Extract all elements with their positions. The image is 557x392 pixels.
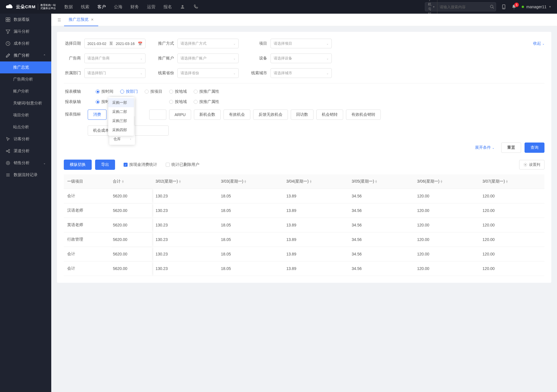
th-d6[interactable]: 3/07(星期一)▲▼ [479, 174, 544, 189]
radio-v-attr[interactable]: 按推广属性 [194, 99, 219, 104]
th-d5[interactable]: 3/06(星期一)▲▼ [414, 174, 479, 189]
metric-buttons: 消费 流 ARPU 新机会数 有效机会 反馈无效机会 回访数 机会销转 有效机会… [88, 110, 467, 136]
metric-opp-conv[interactable]: 机会销转 [316, 110, 343, 120]
table-cell: 120.00 [479, 261, 544, 276]
table-cell: 英语老师 [64, 218, 109, 232]
cascade-item-warehouse[interactable]: 仓库› [109, 135, 135, 144]
nav-data[interactable]: 数据 [64, 4, 73, 10]
nav-finance[interactable]: 财务 [130, 4, 139, 10]
metric-invalid-feedback[interactable]: 反馈无效机会 [253, 110, 288, 120]
cash-stats-checkbox[interactable]: ✓按现金消费统计 [124, 162, 157, 167]
expand-conditions-link[interactable]: 展开条件⌄ [475, 145, 494, 150]
query-button[interactable]: 查询 [525, 143, 544, 153]
city-select[interactable]: 请选择城市⌄ [271, 68, 332, 78]
metric-consumption[interactable]: 消费 [88, 110, 107, 120]
nav-customers[interactable]: 客户 [97, 4, 106, 10]
sort-icon[interactable]: ▲▼ [121, 180, 124, 183]
tab-overview[interactable]: 推广总预览 ✕ [64, 14, 98, 26]
table-row: 汉语老师5620.00130.2318.0513.8934.56120.0012… [64, 203, 544, 218]
sidebar-item-channel[interactable]: 渠道分析 [0, 145, 51, 157]
th-total[interactable]: 合计▲▼ [109, 174, 152, 189]
sidebar-item-dashboard[interactable]: 数据看版 [0, 14, 51, 26]
search-icon[interactable] [490, 5, 494, 9]
switch-axis-button[interactable]: 横纵切换 [64, 160, 92, 170]
sidebar-item-funnel[interactable]: 漏斗分析 [0, 26, 51, 38]
sidebar-item-site[interactable]: 站点分析 [0, 121, 51, 133]
radio-h-project[interactable]: 按项目 [145, 89, 162, 94]
advertiser-select[interactable]: 请选择广告商⌄ [84, 53, 146, 63]
nav-pool[interactable]: 公海 [114, 4, 122, 10]
user-menu[interactable]: manager11 ▼ [522, 5, 551, 9]
sort-icon[interactable]: ▲▼ [244, 180, 247, 183]
project-select[interactable]: 请选择项目⌄ [271, 39, 332, 48]
radio-h-region[interactable]: 按地域 [169, 89, 187, 94]
sidebar-item-project[interactable]: 项目分析 [0, 109, 51, 121]
table-wrapper: 一级项目 合计▲▼ 3/02(星期一)▲▼ 3/03(星期一)▲▼ 3/04(星… [64, 174, 544, 276]
menu-toggle-icon[interactable]: ☰ [55, 18, 64, 22]
th-d3[interactable]: 3/04(星期一)▲▼ [283, 174, 348, 189]
header-right: 手机号码 ▼ 5 manager11 ▼ [425, 2, 551, 11]
sidebar-item-keyword[interactable]: 关键词/创意分析 [0, 97, 51, 109]
metric-4[interactable] [149, 110, 166, 120]
date-range-picker[interactable]: 2021-03-02 至 2021-03-16 📅 [84, 39, 146, 48]
th-d4[interactable]: 3/05(星期一)▲▼ [348, 174, 414, 189]
sort-icon[interactable]: ▲▼ [440, 180, 443, 183]
close-icon[interactable]: ✕ [91, 18, 94, 22]
table-cell: 34.56 [348, 247, 414, 261]
th-d2[interactable]: 3/03(星期一)▲▼ [218, 174, 283, 189]
sort-icon[interactable]: ▲▼ [179, 180, 181, 183]
th-d1[interactable]: 3/02(星期一)▲▼ [152, 174, 218, 189]
cascade-item-purchase-1[interactable]: 采购一部 [108, 98, 134, 107]
table-cell: 13.89 [283, 189, 348, 203]
metric-arpu[interactable]: ARPU [169, 110, 191, 120]
collapse-button[interactable]: 收起⌄ [533, 41, 544, 46]
chevron-down-icon: ⌄ [326, 72, 329, 75]
nav-leads[interactable]: 线索 [81, 4, 89, 10]
list-icon [6, 173, 10, 177]
dept-select[interactable]: 请选择部门⌄ [84, 68, 146, 78]
metric-valid-conv[interactable]: 有效机会销转 [346, 110, 381, 120]
cascade-item-purchase-3[interactable]: 采购三部 [108, 116, 134, 125]
search-input[interactable] [437, 5, 490, 9]
radio-h-attr[interactable]: 按推广属性 [194, 89, 219, 94]
metric-new-opp[interactable]: 新机会数 [194, 110, 221, 120]
account-select[interactable]: 请选择推广账户⌄ [177, 53, 239, 63]
sidebar-item-promo-overview[interactable]: 推广总览 [0, 61, 51, 73]
search-box[interactable]: 手机号码 ▼ [425, 2, 496, 11]
chevron-down-icon: ⌄ [233, 72, 236, 75]
phone-icon[interactable] [193, 4, 198, 10]
table-cell: 行政管理 [64, 232, 109, 247]
deleted-stats-checkbox[interactable]: 统计已删除用户 [166, 162, 199, 167]
cascade-item-purchase-2[interactable]: 采购二部 [108, 107, 134, 116]
th-project[interactable]: 一级项目 [64, 174, 109, 189]
metric-revisit[interactable]: 回访数 [291, 110, 314, 120]
mobile-icon[interactable] [501, 4, 506, 10]
province-select[interactable]: 请选择省份⌄ [177, 68, 239, 78]
sidebar-item-advertiser[interactable]: 广告商分析 [0, 73, 51, 85]
sort-icon[interactable]: ▲▼ [309, 180, 312, 183]
cascade-item-purchase-4[interactable]: 采购四部 [108, 125, 134, 135]
sort-icon[interactable]: ▲▼ [505, 180, 508, 183]
sidebar-item-sales[interactable]: 销售分析 ⌄ [0, 157, 51, 169]
radio-h-time[interactable]: 按时间 [96, 89, 113, 94]
export-button[interactable]: 导出 [95, 160, 115, 170]
sidebar-item-account[interactable]: 账户分析 [0, 85, 51, 97]
nav-ops[interactable]: 运营 [147, 4, 155, 10]
bell-icon[interactable]: 5 [511, 4, 517, 9]
user-icon[interactable] [180, 4, 185, 10]
sidebar-item-flow[interactable]: 数据流转记录 [0, 169, 51, 181]
reset-button[interactable]: 重置 [501, 143, 521, 153]
device-select[interactable]: 请选择设备⌄ [271, 53, 332, 63]
sidebar-item-promotion[interactable]: 推广分析 ⌃ [0, 49, 51, 61]
sort-icon[interactable]: ▲▼ [375, 180, 378, 183]
sidebar-item-visitor[interactable]: 访客分析 [0, 133, 51, 145]
radio-v-region[interactable]: 按地域 [169, 99, 187, 104]
nav-signup[interactable]: 报名 [163, 4, 172, 10]
method-select[interactable]: 请选择推广方式⌄ [177, 39, 239, 48]
table-cell: 5620.00 [109, 247, 152, 261]
radio-h-dept[interactable]: 按部门 [120, 89, 138, 94]
sidebar-item-cost[interactable]: 成本分析 [0, 38, 51, 49]
metric-valid-opp[interactable]: 有效机会 [224, 110, 250, 120]
logo[interactable]: 云朵CRM 教育机构一站式服务云平台 [6, 4, 56, 10]
config-columns-button[interactable]: 设置列 [519, 160, 544, 170]
